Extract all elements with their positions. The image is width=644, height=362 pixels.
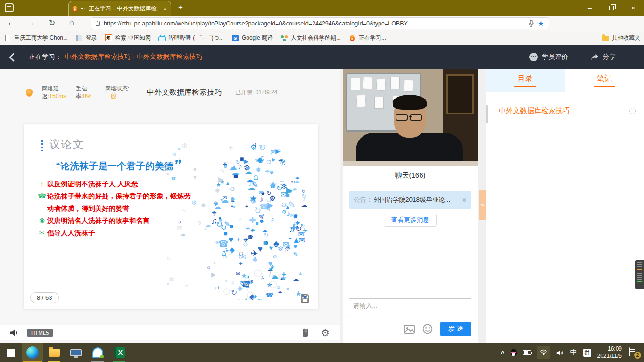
taskbar-edge-icon[interactable]: [22, 343, 43, 362]
collage-glyph: ↻: [301, 193, 307, 200]
qq-tray-icon[interactable]: [511, 349, 517, 356]
refresh-button[interactable]: ↻: [46, 18, 58, 28]
collage-glyph: ✉: [236, 271, 240, 276]
wifi-icon[interactable]: [537, 346, 550, 359]
collage-glyph: ↻: [259, 159, 264, 165]
collapse-handle[interactable]: »: [479, 190, 486, 220]
new-tab-button[interactable]: +: [178, 3, 183, 12]
collage-glyph: ✈: [178, 220, 182, 225]
ime-pinyin-indicator[interactable]: 拼: [583, 349, 591, 357]
raise-hand-icon[interactable]: [301, 328, 310, 337]
bookmark-item[interactable]: 人文社会科学的期...: [281, 34, 341, 42]
collage-glyph: ▲: [163, 165, 169, 172]
start-button[interactable]: [0, 343, 22, 362]
scrollbar-thumb[interactable]: [486, 105, 488, 123]
bookmark-item[interactable]: 检索-中国知网: [105, 34, 151, 42]
share-button[interactable]: 分享: [591, 53, 616, 61]
tab-close-icon[interactable]: ×: [163, 5, 167, 12]
tab-catalog[interactable]: 目录: [486, 69, 565, 92]
microphone-icon[interactable]: [528, 20, 534, 27]
collage-glyph: ✈: [214, 287, 218, 291]
tab-actions-icon[interactable]: [5, 3, 14, 12]
collage-glyph: ✉: [270, 149, 276, 156]
bookmark-item[interactable]: 正在学习...: [348, 34, 386, 42]
desk: [343, 161, 478, 166]
collage-glyph: ♪: [254, 255, 256, 259]
save-slide-icon[interactable]: [300, 294, 310, 303]
chat-actions: 发 送: [404, 322, 471, 336]
taskbar-explorer-icon[interactable]: [43, 343, 65, 362]
instructor-video[interactable]: [343, 69, 478, 166]
window-minimize-button[interactable]: –: [579, 0, 601, 16]
collage-glyph: ✚: [229, 146, 233, 151]
bookmark-item[interactable]: 哔哩哔哩 ( ゜- ゜)つ...: [158, 34, 224, 42]
collage-glyph: ☁: [287, 235, 292, 240]
load-more-messages-button[interactable]: 查看更多消息: [384, 214, 437, 227]
tab-notes[interactable]: 笔记: [565, 69, 644, 92]
url-text[interactable]: https://ctbu.pc.apabiilu.com/web/uc/play…: [104, 20, 525, 27]
browser-tab[interactable]: 正在学习：中外文数据库检 ×: [68, 1, 171, 16]
collage-glyph: ♪: [238, 162, 242, 171]
collage-glyph: ✚: [237, 237, 240, 242]
tab-audio-icon[interactable]: [80, 6, 86, 11]
panel-tabs: 目录 笔记: [486, 69, 644, 92]
chat-input[interactable]: [349, 298, 471, 317]
tab-underline: [514, 86, 536, 88]
forward-button[interactable]: →: [25, 18, 37, 27]
chevron-down-icon[interactable]: »: [461, 198, 469, 202]
class-opened-time: 已开课: 01:09:24: [235, 89, 277, 97]
window-restore-button[interactable]: [601, 0, 622, 16]
slide-canvas[interactable]: 议论文 “论洗袜子是一个君子的美德” ↑以反例证明不洗袜子人 人厌恶☎论洗袜子带…: [24, 124, 318, 309]
back-chevron-icon[interactable]: [9, 53, 17, 61]
collage-faint-circle: ○: [242, 273, 252, 290]
tray-expand-icon[interactable]: ^: [501, 349, 504, 356]
bookmark-item[interactable]: 重庆工商大学 Chon...: [4, 34, 68, 42]
catalog-item[interactable]: 中外文数据库检索技巧: [499, 107, 636, 115]
home-button[interactable]: ⌂: [66, 18, 77, 27]
student-evaluate-button[interactable]: 学员评价: [529, 53, 568, 61]
taskbar-chat-app-icon[interactable]: [87, 343, 108, 362]
settings-gear-icon[interactable]: ⚙: [321, 328, 330, 337]
minimap-widget[interactable]: [635, 260, 644, 289]
collage-glyph: ☂: [265, 169, 270, 175]
collage-glyph: ☁: [221, 197, 229, 204]
emoji-icon[interactable]: [422, 324, 433, 334]
collage-glyph: ▶: [252, 199, 256, 204]
picture-frame: [446, 74, 474, 114]
player-controls-bar: HTML5 ⚙: [0, 325, 340, 340]
collage-glyph: ✎: [288, 201, 296, 210]
send-button[interactable]: 发 送: [440, 322, 471, 336]
course-breadcrumb[interactable]: 中外文数据库检索技巧 - 中外文数据库检索技巧: [65, 53, 202, 61]
html5-badge: HTML5: [27, 329, 53, 337]
bookmark-item[interactable]: Google 翻译: [231, 34, 273, 42]
chat-title: 聊天(166): [343, 171, 478, 180]
address-bar[interactable]: https://ctbu.pc.apabiilu.com/web/uc/play…: [91, 17, 549, 29]
catalog-panel: 目录 笔记 中外文数据库检索技巧: [486, 69, 644, 343]
collage-glyph: ↻: [167, 256, 171, 262]
tray-volume-icon[interactable]: [556, 349, 564, 356]
collage-glyph: ⌂: [196, 220, 199, 225]
collage-glyph: ✚: [249, 216, 256, 224]
bookmark-item[interactable]: 登录: [75, 34, 97, 42]
folder-icon: [602, 36, 609, 41]
battery-icon[interactable]: [523, 350, 531, 355]
taskbar-clock[interactable]: 16:092021/11/5: [597, 346, 622, 360]
collage-glyph: ⚙: [229, 186, 235, 193]
image-upload-icon[interactable]: [404, 325, 415, 334]
ime-language-indicator[interactable]: 中: [570, 348, 577, 357]
action-center-icon[interactable]: 2: [629, 348, 639, 357]
bilibili-icon: [158, 36, 166, 41]
window-close-button[interactable]: ×: [622, 0, 644, 16]
back-button[interactable]: ←: [6, 18, 17, 27]
taskbar-excel-icon[interactable]: X: [108, 343, 130, 362]
bookmark-star-icon[interactable]: ★: [538, 19, 544, 28]
chat-panel: 聊天(166) 公告： 外国语学院2018级毕业论... » 查看更多消息 发 …: [343, 166, 478, 343]
collage-glyph: ♪: [213, 259, 216, 265]
player-column: 网络延迟:150ms 丢包率:0% 网络状态: 一般 中外文数据库检索技巧 已开…: [0, 69, 340, 343]
comment-bubble-icon: [529, 53, 538, 61]
bullet-green-icon: ↑: [37, 178, 47, 190]
other-bookmarks-button[interactable]: 其他收藏夹: [602, 34, 640, 42]
volume-icon[interactable]: [9, 329, 19, 337]
announcement-bar[interactable]: 公告： 外国语学院2018级毕业论... »: [349, 191, 471, 209]
taskbar-computer-icon[interactable]: [65, 343, 87, 362]
